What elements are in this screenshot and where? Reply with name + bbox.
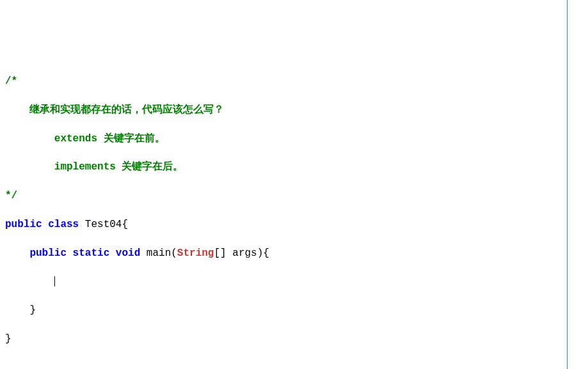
margin-line [567,0,568,369]
code-line: */ [5,189,583,203]
code-line: implements 关键字在后。 [5,160,583,174]
code-line: public class Test04{ [5,217,583,232]
code-line: extends 关键字在前。 [5,132,583,146]
code-line: public static void main(String[] args){ [5,246,583,260]
code-line: } [5,303,583,317]
code-line: /* [5,74,583,88]
code-line: 继承和实现都存在的话，代码应该怎么写？ [5,103,583,117]
code-line-cursor [5,274,583,288]
code-line: } [5,332,583,346]
text-cursor-icon [54,276,55,287]
code-editor[interactable]: /* 继承和实现都存在的话，代码应该怎么写？ extends 关键字在前。 im… [5,60,583,369]
